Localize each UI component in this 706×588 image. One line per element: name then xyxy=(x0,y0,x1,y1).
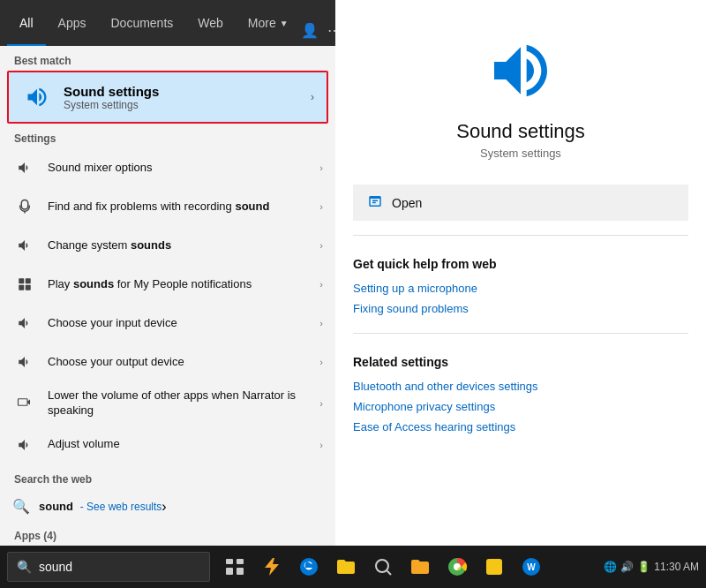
fixing-sound-problems-link[interactable]: Fixing sound problems xyxy=(353,298,688,319)
svg-point-11 xyxy=(300,558,318,576)
edge-icon[interactable] xyxy=(291,549,327,584)
flash-icon[interactable] xyxy=(254,549,289,584)
search-icon: 🔍 xyxy=(12,498,30,516)
blue-app-icon[interactable]: W xyxy=(514,549,549,584)
detail-subtitle: System settings xyxy=(480,147,561,160)
network-icon[interactable]: 🌐 xyxy=(604,561,617,573)
divider xyxy=(353,235,688,236)
item-label: Sound mixer options xyxy=(48,161,316,176)
detail-sound-icon xyxy=(485,35,556,106)
explorer-icon[interactable] xyxy=(328,549,364,584)
tab-web[interactable]: Web xyxy=(185,0,236,46)
web-label: sound - See web results xyxy=(39,500,161,513)
tab-more[interactable]: More ▼ xyxy=(236,0,301,46)
svg-text:W: W xyxy=(527,562,536,572)
list-item[interactable]: Lower the volume of other apps when Narr… xyxy=(0,381,335,426)
tab-apps[interactable]: Apps xyxy=(46,0,99,46)
record-icon xyxy=(12,194,37,219)
related-settings-title: Related settings xyxy=(353,355,688,369)
quick-help-section: Get quick help from web Setting up a mic… xyxy=(335,243,706,326)
account-icon[interactable]: 👤 xyxy=(301,22,319,39)
sound-icon xyxy=(12,311,37,335)
more-options-icon[interactable]: ⋯ xyxy=(327,22,335,39)
chevron-right-icon: › xyxy=(319,201,323,212)
item-label: Choose your output device xyxy=(48,355,316,370)
item-label: Find and fix problems with recording sou… xyxy=(48,200,316,215)
item-label: Change system sounds xyxy=(48,238,316,253)
chevron-right-icon: › xyxy=(319,162,323,173)
best-match-text: Sound settings System settings xyxy=(64,84,159,111)
detail-top: Sound settings System settings xyxy=(335,0,706,177)
svg-rect-5 xyxy=(26,285,31,290)
chevron-right-icon: › xyxy=(311,91,314,103)
battery-icon[interactable]: 🔋 xyxy=(637,561,650,573)
svg-rect-2 xyxy=(19,278,24,283)
taskbar: 🔍 xyxy=(0,546,706,588)
system-tray: 🌐 🔊 🔋 11:30 AM xyxy=(604,561,706,573)
clock: 11:30 AM xyxy=(654,561,699,573)
sound-icon xyxy=(12,433,37,457)
setting-up-microphone-link[interactable]: Setting up a microphone xyxy=(353,278,688,298)
best-match-label: Best match xyxy=(0,46,335,71)
search-results: Best match Sound settings System setting… xyxy=(0,46,335,546)
svg-rect-8 xyxy=(237,559,244,564)
list-item[interactable]: Choose your input device › xyxy=(0,304,335,343)
sound-icon xyxy=(12,350,37,374)
taskbar-search[interactable]: 🔍 xyxy=(7,552,210,582)
quick-help-title: Get quick help from web xyxy=(353,257,688,271)
web-search-item[interactable]: 🔍 sound - See web results › xyxy=(0,489,335,524)
list-item[interactable]: Change system sounds › xyxy=(0,226,335,265)
item-label: Adjust volume xyxy=(48,437,316,452)
microphone-privacy-link[interactable]: Microphone privacy settings xyxy=(353,396,688,417)
list-item[interactable]: Find and fix problems with recording sou… xyxy=(0,187,335,226)
list-item[interactable]: Play sounds for My People notifications … xyxy=(0,265,335,304)
chevron-right-icon: › xyxy=(319,357,323,367)
best-match-title: Sound settings xyxy=(64,84,159,99)
divider xyxy=(353,333,688,334)
yellow-app-icon[interactable] xyxy=(477,549,512,584)
tab-all[interactable]: All xyxy=(7,0,46,46)
volume-icon[interactable]: 🔊 xyxy=(620,561,634,573)
item-label: Play sounds for My People notifications xyxy=(48,277,316,292)
search-tabs: All Apps Documents Web More ▼ 👤 ⋯ xyxy=(0,0,335,46)
chrome-icon[interactable] xyxy=(439,549,475,584)
bluetooth-settings-link[interactable]: Bluetooth and other devices settings xyxy=(353,376,688,396)
search-taskbar-icon[interactable] xyxy=(365,549,401,584)
svg-point-12 xyxy=(376,560,388,572)
web-search-label: Search the web xyxy=(0,464,335,489)
detail-panel: Sound settings System settings Open Get … xyxy=(335,0,706,546)
chevron-right-icon: › xyxy=(319,318,323,328)
open-button[interactable]: Open xyxy=(353,185,688,221)
search-panel: All Apps Documents Web More ▼ 👤 ⋯ Best m… xyxy=(0,0,335,546)
svg-rect-0 xyxy=(21,200,28,210)
tab-documents[interactable]: Documents xyxy=(98,0,185,46)
list-item[interactable]: Choose your output device › xyxy=(0,343,335,381)
sound-icon xyxy=(12,155,37,180)
sound-icon xyxy=(12,233,37,258)
search-icon: 🔍 xyxy=(17,560,32,574)
best-match-item[interactable]: Sound settings System settings › xyxy=(7,71,328,124)
search-input[interactable] xyxy=(39,560,200,574)
folder-icon[interactable] xyxy=(402,549,438,584)
chevron-right-icon: › xyxy=(319,440,323,450)
item-label: Lower the volume of other apps when Narr… xyxy=(48,388,316,418)
svg-rect-16 xyxy=(486,559,502,575)
related-settings-section: Related settings Bluetooth and other dev… xyxy=(335,341,706,444)
detail-title: Sound settings xyxy=(456,120,585,143)
task-view-icon[interactable] xyxy=(217,549,252,584)
svg-rect-7 xyxy=(226,559,233,564)
chevron-right-icon: › xyxy=(319,398,323,409)
notification-icon xyxy=(12,272,37,297)
see-web-results: - See web results xyxy=(80,501,162,513)
ease-of-access-link[interactable]: Ease of Access hearing settings xyxy=(353,417,688,437)
svg-rect-10 xyxy=(237,568,244,575)
tab-action-icons: 👤 ⋯ xyxy=(301,22,335,46)
svg-rect-9 xyxy=(226,568,233,575)
chevron-down-icon: ▼ xyxy=(280,19,289,28)
taskbar-icons: W xyxy=(217,549,549,584)
best-match-subtitle: System settings xyxy=(64,99,159,111)
list-item[interactable]: Sound mixer options › xyxy=(0,148,335,187)
settings-section-label: Settings xyxy=(0,124,335,148)
svg-rect-4 xyxy=(19,285,24,290)
list-item[interactable]: Adjust volume › xyxy=(0,426,335,464)
